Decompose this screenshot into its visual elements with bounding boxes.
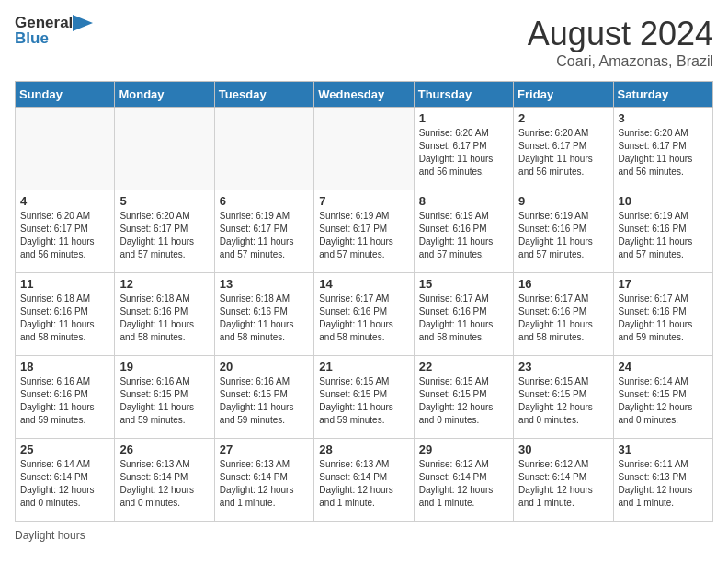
calendar-cell: 10Sunrise: 6:19 AMSunset: 6:16 PMDayligh…: [613, 190, 712, 273]
day-number: 5: [119, 194, 209, 208]
calendar-cell: 14Sunrise: 6:17 AMSunset: 6:16 PMDayligh…: [314, 273, 414, 356]
calendar-week-row: 11Sunrise: 6:18 AMSunset: 6:16 PMDayligh…: [16, 273, 713, 356]
calendar-cell: 15Sunrise: 6:17 AMSunset: 6:16 PMDayligh…: [414, 273, 513, 356]
calendar-week-row: 1Sunrise: 6:20 AMSunset: 6:17 PMDaylight…: [16, 108, 713, 190]
day-number: 30: [518, 442, 608, 456]
day-number: 17: [619, 277, 708, 291]
calendar-week-row: 18Sunrise: 6:16 AMSunset: 6:16 PMDayligh…: [16, 356, 713, 439]
calendar-cell: [314, 108, 414, 190]
calendar-cell: 26Sunrise: 6:13 AMSunset: 6:14 PMDayligh…: [115, 439, 214, 522]
day-info: Sunrise: 6:13 AMSunset: 6:14 PMDaylight:…: [319, 458, 408, 510]
subtitle: Coari, Amazonas, Brazil: [528, 53, 713, 70]
calendar-cell: 18Sunrise: 6:16 AMSunset: 6:16 PMDayligh…: [16, 356, 115, 439]
calendar-cell: 17Sunrise: 6:17 AMSunset: 6:16 PMDayligh…: [613, 273, 712, 356]
calendar-day-header: Friday: [514, 82, 613, 108]
calendar-cell: [214, 108, 313, 190]
calendar-cell: 31Sunrise: 6:11 AMSunset: 6:13 PMDayligh…: [613, 439, 712, 522]
day-info: Sunrise: 6:17 AMSunset: 6:16 PMDaylight:…: [419, 293, 508, 344]
calendar: SundayMondayTuesdayWednesdayThursdayFrid…: [15, 81, 713, 522]
calendar-header-row: SundayMondayTuesdayWednesdayThursdayFrid…: [16, 82, 713, 108]
calendar-day-header: Wednesday: [314, 82, 414, 108]
calendar-cell: 5Sunrise: 6:20 AMSunset: 6:17 PMDaylight…: [115, 190, 214, 273]
day-number: 7: [319, 194, 408, 208]
day-number: 27: [220, 442, 309, 456]
day-number: 3: [619, 111, 708, 125]
calendar-cell: [16, 108, 115, 190]
day-number: 25: [20, 442, 109, 456]
calendar-cell: 27Sunrise: 6:13 AMSunset: 6:14 PMDayligh…: [214, 439, 313, 522]
calendar-cell: 19Sunrise: 6:16 AMSunset: 6:15 PMDayligh…: [115, 356, 214, 439]
day-info: Sunrise: 6:19 AMSunset: 6:16 PMDaylight:…: [518, 210, 608, 261]
calendar-cell: 12Sunrise: 6:18 AMSunset: 6:16 PMDayligh…: [115, 273, 214, 356]
calendar-cell: 4Sunrise: 6:20 AMSunset: 6:17 PMDaylight…: [16, 190, 115, 273]
calendar-cell: 16Sunrise: 6:17 AMSunset: 6:16 PMDayligh…: [514, 273, 613, 356]
day-number: 22: [419, 360, 508, 373]
day-info: Sunrise: 6:20 AMSunset: 6:17 PMDaylight:…: [119, 210, 209, 261]
day-number: 28: [319, 442, 408, 456]
calendar-cell: 13Sunrise: 6:18 AMSunset: 6:16 PMDayligh…: [214, 273, 313, 356]
calendar-day-header: Monday: [115, 82, 214, 108]
logo-text: General Blue: [15, 15, 93, 47]
day-info: Sunrise: 6:20 AMSunset: 6:17 PMDaylight:…: [518, 127, 608, 178]
day-info: Sunrise: 6:18 AMSunset: 6:16 PMDaylight:…: [119, 293, 209, 344]
calendar-week-row: 25Sunrise: 6:14 AMSunset: 6:14 PMDayligh…: [16, 439, 713, 522]
title-area: August 2024 Coari, Amazonas, Brazil: [528, 15, 713, 70]
day-info: Sunrise: 6:14 AMSunset: 6:14 PMDaylight:…: [20, 458, 109, 510]
day-info: Sunrise: 6:15 AMSunset: 6:15 PMDaylight:…: [518, 375, 608, 427]
day-number: 1: [419, 111, 508, 125]
day-info: Sunrise: 6:19 AMSunset: 6:17 PMDaylight:…: [319, 210, 408, 261]
calendar-day-header: Saturday: [613, 82, 712, 108]
day-info: Sunrise: 6:16 AMSunset: 6:16 PMDaylight:…: [20, 375, 109, 427]
day-info: Sunrise: 6:19 AMSunset: 6:16 PMDaylight:…: [619, 210, 708, 261]
day-info: Sunrise: 6:13 AMSunset: 6:14 PMDaylight:…: [220, 458, 309, 510]
calendar-cell: 29Sunrise: 6:12 AMSunset: 6:14 PMDayligh…: [414, 439, 513, 522]
day-number: 6: [220, 194, 309, 208]
day-number: 13: [220, 277, 309, 291]
day-info: Sunrise: 6:15 AMSunset: 6:15 PMDaylight:…: [419, 375, 508, 427]
day-number: 9: [518, 194, 608, 208]
day-number: 11: [20, 277, 109, 291]
calendar-cell: 11Sunrise: 6:18 AMSunset: 6:16 PMDayligh…: [16, 273, 115, 356]
calendar-day-header: Tuesday: [214, 82, 313, 108]
logo-arrow-icon: [73, 15, 93, 31]
calendar-cell: 20Sunrise: 6:16 AMSunset: 6:15 PMDayligh…: [214, 356, 313, 439]
day-info: Sunrise: 6:16 AMSunset: 6:15 PMDaylight:…: [119, 375, 209, 427]
day-info: Sunrise: 6:18 AMSunset: 6:16 PMDaylight:…: [20, 293, 109, 344]
day-info: Sunrise: 6:13 AMSunset: 6:14 PMDaylight:…: [119, 458, 209, 510]
day-info: Sunrise: 6:12 AMSunset: 6:14 PMDaylight:…: [518, 458, 608, 510]
calendar-cell: [115, 108, 214, 190]
day-info: Sunrise: 6:11 AMSunset: 6:13 PMDaylight:…: [619, 458, 708, 510]
calendar-cell: 22Sunrise: 6:15 AMSunset: 6:15 PMDayligh…: [414, 356, 513, 439]
day-number: 20: [220, 360, 309, 373]
day-info: Sunrise: 6:17 AMSunset: 6:16 PMDaylight:…: [619, 293, 708, 344]
calendar-cell: 25Sunrise: 6:14 AMSunset: 6:14 PMDayligh…: [16, 439, 115, 522]
day-info: Sunrise: 6:14 AMSunset: 6:15 PMDaylight:…: [619, 375, 708, 427]
svg-marker-0: [73, 15, 93, 31]
header: General Blue August 2024 Coari, Amazonas…: [15, 15, 713, 70]
day-number: 19: [119, 360, 209, 373]
day-info: Sunrise: 6:17 AMSunset: 6:16 PMDaylight:…: [518, 293, 608, 344]
day-number: 4: [20, 194, 109, 208]
calendar-week-row: 4Sunrise: 6:20 AMSunset: 6:17 PMDaylight…: [16, 190, 713, 273]
day-number: 14: [319, 277, 408, 291]
calendar-day-header: Thursday: [414, 82, 513, 108]
calendar-cell: 9Sunrise: 6:19 AMSunset: 6:16 PMDaylight…: [514, 190, 613, 273]
day-number: 12: [119, 277, 209, 291]
calendar-cell: 30Sunrise: 6:12 AMSunset: 6:14 PMDayligh…: [514, 439, 613, 522]
calendar-cell: 8Sunrise: 6:19 AMSunset: 6:16 PMDaylight…: [414, 190, 513, 273]
day-number: 24: [619, 360, 708, 373]
day-info: Sunrise: 6:19 AMSunset: 6:16 PMDaylight:…: [419, 210, 508, 261]
calendar-cell: 24Sunrise: 6:14 AMSunset: 6:15 PMDayligh…: [613, 356, 712, 439]
day-info: Sunrise: 6:18 AMSunset: 6:16 PMDaylight:…: [220, 293, 309, 344]
day-number: 31: [619, 442, 708, 456]
day-number: 10: [619, 194, 708, 208]
day-number: 2: [518, 111, 608, 125]
logo-blue: Blue: [15, 30, 93, 48]
logo: General Blue: [15, 15, 93, 47]
day-info: Sunrise: 6:20 AMSunset: 6:17 PMDaylight:…: [20, 210, 109, 261]
day-info: Sunrise: 6:16 AMSunset: 6:15 PMDaylight:…: [220, 375, 309, 427]
calendar-cell: 28Sunrise: 6:13 AMSunset: 6:14 PMDayligh…: [314, 439, 414, 522]
calendar-cell: 6Sunrise: 6:19 AMSunset: 6:17 PMDaylight…: [214, 190, 313, 273]
day-info: Sunrise: 6:17 AMSunset: 6:16 PMDaylight:…: [319, 293, 408, 344]
day-number: 26: [119, 442, 209, 456]
